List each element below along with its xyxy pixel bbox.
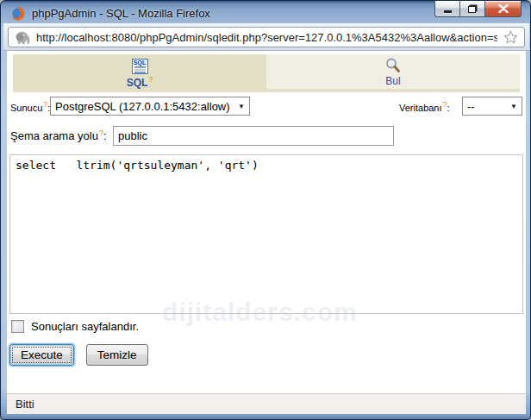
- titlebar[interactable]: phpPgAdmin - SQL - Mozilla Firefox: [1, 1, 531, 23]
- bookmark-star-icon[interactable]: [503, 30, 518, 45]
- navigation-toolbar: http://localhost:8080/phpPgAdmin/sqledit…: [3, 23, 529, 51]
- window-controls: [434, 1, 522, 17]
- tab-bul-label: Bul: [385, 75, 400, 87]
- chevron-down-icon: ▼: [238, 103, 245, 110]
- database-select-value: --: [467, 100, 475, 113]
- paginate-label: Sonuçları sayfalandır.: [31, 320, 139, 333]
- clear-button[interactable]: Temizle: [86, 344, 148, 366]
- url-text: http://localhost:8080/phpPgAdmin/sqledit…: [36, 31, 497, 44]
- sql-editor-textarea[interactable]: select ltrim('qrtsuleyman', 'qrt'): [9, 154, 523, 314]
- action-buttons: Execute Temizle: [9, 344, 148, 366]
- paginate-row: Sonuçları sayfalandır.: [11, 320, 139, 333]
- browser-window: phpPgAdmin - SQL - Mozilla Firefox: [0, 0, 531, 420]
- phppgadmin-elephant-favicon-icon: [15, 30, 30, 45]
- sql-document-icon: SQL: [132, 59, 148, 74]
- tab-bar: SQL SQL? Bul: [13, 54, 520, 92]
- tab-sql[interactable]: SQL SQL?: [13, 54, 266, 92]
- server-select-value: PostgreSQL (127.0.0.1:5432:allow): [55, 100, 230, 113]
- window-title: phpPgAdmin - SQL - Mozilla Firefox: [32, 7, 210, 20]
- server-select[interactable]: PostgreSQL (127.0.0.1:5432:allow) ▼: [50, 97, 250, 116]
- execute-button[interactable]: Execute: [9, 344, 74, 366]
- close-icon: [498, 4, 509, 13]
- tab-sql-label: SQL?: [127, 75, 153, 89]
- paginate-checkbox[interactable]: [11, 320, 24, 333]
- tab-bul[interactable]: Bul: [266, 54, 520, 89]
- restore-button[interactable]: [459, 1, 485, 17]
- status-text: Bitti: [16, 398, 34, 411]
- database-label: Veritabanı?:: [399, 100, 450, 113]
- phppgadmin-page: SQL SQL? Bul: [7, 51, 526, 393]
- database-select[interactable]: -- ▼: [462, 97, 522, 116]
- close-button[interactable]: [485, 1, 522, 17]
- schema-path-input[interactable]: [113, 126, 394, 146]
- url-bar[interactable]: http://localhost:8080/phpPgAdmin/sqledit…: [8, 27, 525, 47]
- minimize-icon: [444, 10, 452, 13]
- help-question-icon[interactable]: ?: [148, 75, 153, 84]
- firefox-icon: [10, 6, 25, 21]
- restore-icon: [468, 6, 476, 13]
- search-magnifier-icon: [384, 57, 402, 74]
- chevron-down-icon: ▼: [510, 103, 517, 110]
- minimize-button[interactable]: [434, 1, 459, 17]
- schema-path-label: Şema arama yolu?:: [10, 129, 107, 142]
- status-bar: Bitti: [7, 393, 526, 414]
- server-label: Sunucu?:: [10, 100, 50, 113]
